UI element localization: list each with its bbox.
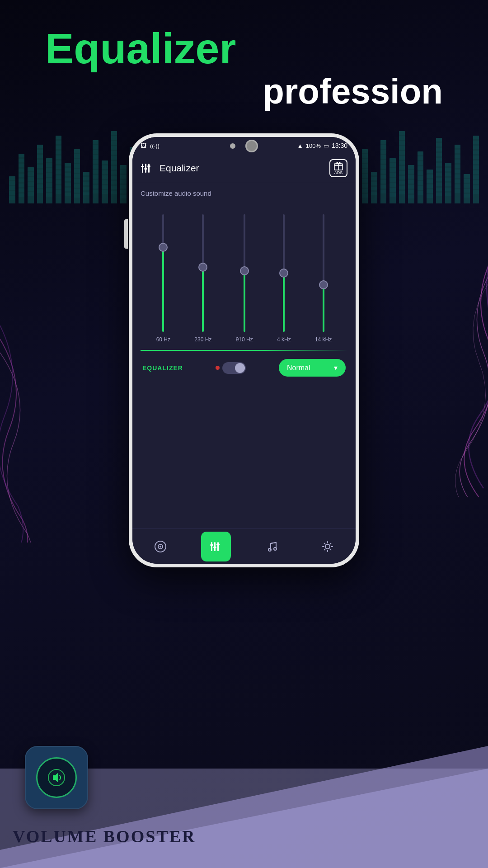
preset-dropdown-button[interactable]: Normal ▾: [279, 359, 346, 377]
slider-14khz[interactable]: 14 kHz: [315, 203, 332, 343]
eq-sliders-container: 60 Hz 230 Hz: [141, 203, 347, 343]
svg-rect-15: [211, 542, 212, 551]
label-4khz: 4 kHz: [277, 336, 291, 343]
battery-icon: ▭: [324, 142, 329, 149]
toggle-red-dot: [216, 366, 220, 370]
svg-rect-5: [148, 164, 150, 173]
nav-item-volume[interactable]: [145, 532, 175, 561]
slider-60hz[interactable]: 60 Hz: [156, 203, 170, 343]
nav-item-settings[interactable]: [313, 532, 343, 561]
svg-rect-8: [147, 165, 150, 167]
time-display: 13:30: [332, 142, 347, 149]
svg-rect-17: [217, 542, 219, 551]
front-camera-main: [245, 140, 258, 152]
svg-point-24: [325, 544, 330, 549]
app-title-equalizer: Equalizer: [0, 25, 488, 72]
preset-label: Normal: [287, 364, 310, 372]
eq-nav-icon: [209, 540, 223, 553]
svg-rect-7: [144, 168, 147, 170]
settings-gear-icon: [321, 540, 334, 553]
app-speaker-icon: [47, 768, 66, 788]
eq-label-text: EQUALIZER: [142, 364, 183, 372]
status-right-info: ▲ 100% ▭ 13:30: [297, 142, 347, 149]
svg-rect-3: [142, 164, 143, 173]
phone-screen: 🖼 ((·)) ▲ 100% ▭ 13:30: [132, 137, 356, 564]
slider-230hz[interactable]: 230 Hz: [194, 203, 211, 343]
eq-divider: [141, 350, 347, 351]
eq-sliders-icon: [141, 162, 153, 175]
music-note-icon: [265, 540, 279, 553]
ads-gift-icon[interactable]: ADS: [329, 159, 347, 177]
slider-14khz-thumb[interactable]: [319, 280, 328, 289]
signal-icon: ((·)): [150, 142, 160, 149]
app-icon-circle: [36, 757, 77, 798]
app-icon-container: [25, 746, 88, 809]
nav-item-equalizer[interactable]: [201, 532, 231, 561]
svg-point-22: [274, 547, 277, 550]
image-icon: 🖼: [141, 142, 146, 149]
slider-60hz-fill: [162, 247, 164, 332]
label-230hz: 230 Hz: [194, 336, 211, 343]
front-camera-small: [230, 143, 235, 149]
slider-4khz-fill: [283, 273, 285, 332]
bottom-nav-bar: [132, 528, 356, 564]
app-title-profession: profession: [0, 72, 488, 111]
slider-4khz[interactable]: 4 kHz: [277, 203, 291, 343]
phone-mockup: 🖼 ((·)) ▲ 100% ▭ 13:30: [129, 133, 359, 567]
slider-60hz-thumb[interactable]: [159, 243, 168, 252]
toggle-knob: [235, 363, 245, 373]
main-content: Customize audio sound 60 Hz: [132, 182, 356, 528]
slider-910hz-thumb[interactable]: [240, 266, 249, 275]
bg-waves-right: [407, 226, 488, 497]
slider-910hz[interactable]: 910 Hz: [236, 203, 253, 343]
bg-waves-left: [0, 316, 81, 542]
eq-controls-row: EQUALIZER Normal ▾: [141, 359, 347, 377]
slider-230hz-fill: [202, 267, 204, 332]
svg-rect-19: [213, 547, 216, 548]
title-area: Equalizer profession: [0, 25, 488, 111]
slider-910hz-fill: [244, 271, 245, 332]
label-60hz: 60 Hz: [156, 336, 170, 343]
toggle-track[interactable]: [222, 362, 246, 374]
eq-toggle[interactable]: [216, 362, 246, 374]
header-title-text: Equalizer: [160, 163, 199, 174]
slider-14khz-fill: [323, 285, 324, 332]
label-910hz: 910 Hz: [236, 336, 253, 343]
svg-rect-6: [141, 166, 144, 167]
nav-item-music[interactable]: [257, 532, 287, 561]
header-left-group: Equalizer: [141, 162, 199, 175]
phone-side-button: [124, 219, 128, 249]
phone-camera-area: [230, 140, 258, 152]
svg-point-14: [160, 546, 161, 547]
label-14khz: 14 kHz: [315, 336, 332, 343]
dropdown-chevron-icon: ▾: [334, 363, 338, 372]
ads-label: ADS: [334, 171, 343, 175]
status-left-icons: 🖼 ((·)): [141, 142, 160, 149]
slider-4khz-thumb[interactable]: [279, 269, 288, 278]
app-icon: [25, 746, 88, 809]
slider-230hz-thumb[interactable]: [198, 263, 207, 272]
customize-label: Customize audio sound: [141, 189, 347, 197]
app-name-label: Volume Booster: [13, 826, 196, 846]
battery-percent: 100%: [306, 142, 321, 149]
svg-rect-18: [210, 544, 213, 546]
volume-icon: [154, 540, 167, 553]
svg-point-21: [268, 548, 271, 551]
svg-rect-20: [216, 544, 220, 545]
svg-line-23: [271, 542, 276, 543]
signal-bars: ▲: [297, 142, 303, 149]
app-header-bar: Equalizer ADS: [132, 154, 356, 182]
